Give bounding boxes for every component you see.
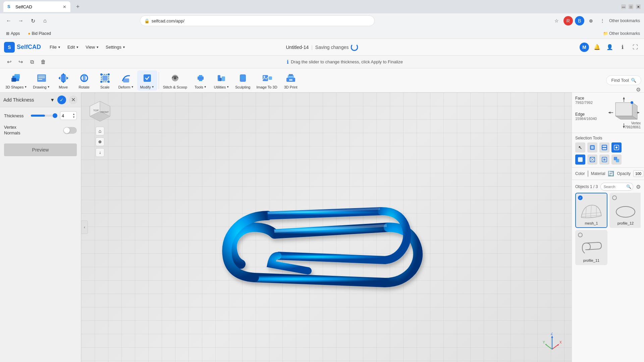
thickness-input[interactable]: 4 ▲ ▼ [60,111,77,120]
hint-icon: ℹ [287,59,289,65]
panel-cancel-button[interactable]: ✕ [69,96,77,104]
more-button[interactable]: ⋮ [598,16,607,25]
menu-view[interactable]: View ▼ [82,43,102,52]
tab-close-button[interactable]: ✕ [63,4,66,9]
reload-button[interactable]: ↻ [28,16,38,25]
wireframe-select-tool[interactable] [587,155,597,165]
toolbar-tools[interactable]: Tools▼ [191,70,211,90]
modify-icon [141,72,154,84]
toolbar-3d-print[interactable]: 3D Print [281,70,301,90]
material-icon[interactable]: 🔄 [608,171,614,177]
object-card-profile12[interactable]: profile_12 [609,193,641,228]
geometry-settings-button[interactable]: ⚙ [636,93,641,93]
account-button[interactable]: B [575,16,584,25]
copy-button[interactable]: ⧉ [27,57,37,67]
vertex-normals-toggle[interactable] [63,127,77,134]
3d-cube-selector[interactable]: Vertex 7992/8061 [607,96,641,129]
toolbar-sculpting[interactable]: Sculpting [232,70,253,90]
collapse-left-panel-button[interactable]: ‹ [81,221,88,234]
undo-button[interactable]: ↩ [4,57,14,67]
profile-account-button[interactable]: 👤 [605,43,614,52]
fullscreen-button[interactable]: ⛶ [631,43,640,52]
tab-title: SelfCAD [15,4,32,9]
toolbar-3d-shapes[interactable]: 3D Shapes▼ [3,70,30,90]
object-card-mesh1[interactable]: ✓ [575,193,607,228]
objects-settings-button[interactable]: ⚙ [636,184,641,190]
home-button[interactable]: ⌂ [40,16,50,25]
cursor-select-tool[interactable]: ↖ [575,142,585,153]
thickness-slider[interactable] [31,115,57,117]
bookmark-bid-placed[interactable]: ● Bid Placed [26,31,53,37]
color-swatch[interactable] [588,170,588,177]
toolbar-scale[interactable]: Scale [95,70,115,90]
object-select-tool[interactable] [599,155,609,165]
multi-select-tool[interactable] [611,155,622,165]
svg-text:X: X [559,341,562,344]
svg-point-19 [100,81,102,83]
orientation-button[interactable]: ⊕ [96,137,104,146]
thickness-arrows[interactable]: ▲ ▼ [72,113,75,119]
browser-tab[interactable]: S SelfCAD ✕ [3,1,70,12]
help-button[interactable]: ℹ [618,43,627,52]
close-button[interactable]: ✕ [636,4,641,9]
view-down-button[interactable]: ↓ [96,148,104,157]
face-select-tool[interactable] [587,142,597,153]
color-material-section: Color Material 🔄 Opacity 100 ▲▼ [572,168,644,180]
forward-button[interactable]: → [16,16,25,25]
solid-select-tool[interactable] [575,155,585,165]
back-button[interactable]: ← [4,16,13,25]
toolbar-move[interactable]: Move [53,70,73,90]
toolbar-rotate[interactable]: Rotate [74,70,94,90]
bookmark-star-button[interactable]: ☆ [552,16,561,25]
new-tab-button[interactable]: + [73,2,83,11]
svg-point-33 [263,76,265,77]
svg-rect-29 [222,76,225,81]
toolbar-modify[interactable]: Modify▼ [137,70,157,90]
notifications-button[interactable]: 🔔 [592,43,602,52]
orientation-cube[interactable]: TOP FRONT [87,98,113,125]
edge-label: Edge [575,112,605,117]
canvas-area[interactable]: TOP FRONT ⌂ ⊕ ↓ [81,93,572,362]
toolbar-drawing[interactable]: Drawing▼ [30,70,52,90]
svg-marker-9 [62,81,65,83]
svg-rect-34 [269,76,272,80]
tools-icon [194,72,207,84]
toolbar-label-rotate: Rotate [78,85,89,89]
toolbar-deform[interactable]: Deform▼ [116,70,137,90]
home-view-button[interactable]: ⌂ [96,127,104,135]
toolbar-stitch-scoop[interactable]: Stitch & Scoop [160,70,190,90]
menu-file[interactable]: File ▼ [46,43,64,52]
find-tool-label: Find Tool [611,78,629,83]
bookmark-apps[interactable]: ⊞ Apps [4,31,22,37]
profile-button[interactable]: R [564,16,573,25]
window-controls: — □ ✕ [621,4,641,9]
preview-button[interactable]: Preview [4,143,77,156]
delete-button[interactable]: 🗑 [38,57,48,67]
address-bar[interactable]: 🔒 selfcad.com/app/ [140,15,375,26]
find-tool-button[interactable]: Find Tool 🔍 [606,75,641,85]
vertex-select-tool[interactable] [611,142,622,153]
panel-confirm-button[interactable]: ✓ [57,96,66,104]
edge-select-tool[interactable] [599,142,609,153]
other-bookmarks[interactable]: 📁 Other bookmarks [603,31,640,36]
toolbar-label-stitch-scoop: Stitch & Scoop [163,85,187,89]
extensions-button[interactable]: ⊕ [586,16,596,25]
3d-shapes-icon [10,72,22,84]
workspace: Add Thickness ▼ ✓ ✕ Thickness 4 [0,93,644,362]
user-m-button[interactable]: M [580,43,589,52]
toolbar-label-tools: Tools▼ [195,85,207,89]
panel-dropdown-arrow[interactable]: ▼ [50,97,55,103]
svg-marker-55 [623,97,625,99]
toolbar-utilities[interactable]: Utilities▼ [211,70,232,90]
svg-rect-72 [578,157,583,162]
redo-button[interactable]: ↪ [15,57,25,67]
object-card-profile11[interactable]: profile_11 [575,230,607,265]
toolbar-divider-1 [159,72,159,89]
minimize-button[interactable]: — [621,4,626,9]
menu-settings[interactable]: Settings ▼ [102,43,129,52]
menu-edit[interactable]: Edit ▼ [64,43,82,52]
toolbar-image-to-3d[interactable]: Image To 3D [254,70,280,90]
svg-text:TOP: TOP [93,109,99,112]
maximize-button[interactable]: □ [629,4,633,9]
thickness-thumb[interactable] [53,113,57,118]
